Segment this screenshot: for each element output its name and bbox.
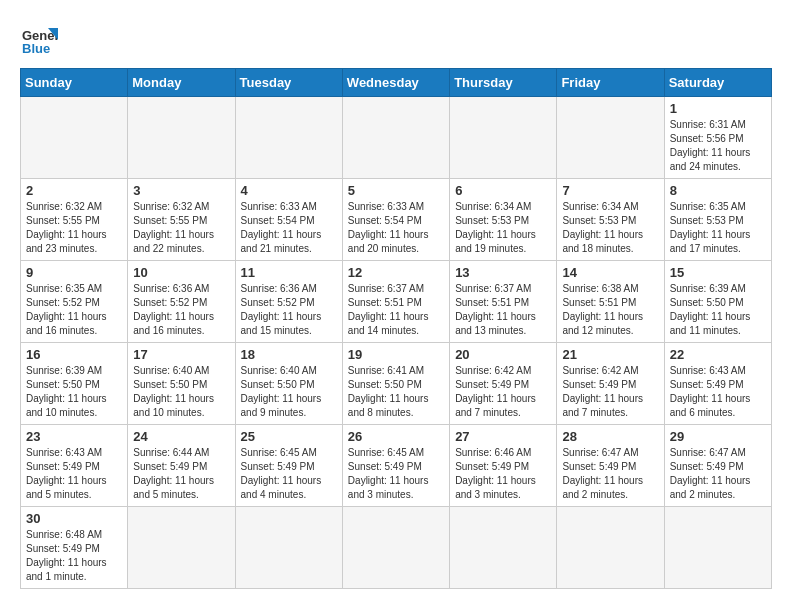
calendar-cell [21, 97, 128, 179]
calendar-cell [450, 507, 557, 589]
day-info: Sunrise: 6:39 AM Sunset: 5:50 PM Dayligh… [26, 364, 122, 420]
day-info: Sunrise: 6:47 AM Sunset: 5:49 PM Dayligh… [670, 446, 766, 502]
day-number: 19 [348, 347, 444, 362]
day-number: 15 [670, 265, 766, 280]
day-number: 2 [26, 183, 122, 198]
calendar-cell: 30Sunrise: 6:48 AM Sunset: 5:49 PM Dayli… [21, 507, 128, 589]
weekday-thursday: Thursday [450, 69, 557, 97]
calendar-cell: 26Sunrise: 6:45 AM Sunset: 5:49 PM Dayli… [342, 425, 449, 507]
calendar-cell: 27Sunrise: 6:46 AM Sunset: 5:49 PM Dayli… [450, 425, 557, 507]
day-number: 7 [562, 183, 658, 198]
calendar-cell: 13Sunrise: 6:37 AM Sunset: 5:51 PM Dayli… [450, 261, 557, 343]
calendar-cell: 25Sunrise: 6:45 AM Sunset: 5:49 PM Dayli… [235, 425, 342, 507]
calendar-cell: 29Sunrise: 6:47 AM Sunset: 5:49 PM Dayli… [664, 425, 771, 507]
day-info: Sunrise: 6:35 AM Sunset: 5:53 PM Dayligh… [670, 200, 766, 256]
day-info: Sunrise: 6:36 AM Sunset: 5:52 PM Dayligh… [241, 282, 337, 338]
week-row-4: 16Sunrise: 6:39 AM Sunset: 5:50 PM Dayli… [21, 343, 772, 425]
day-info: Sunrise: 6:35 AM Sunset: 5:52 PM Dayligh… [26, 282, 122, 338]
calendar-cell: 6Sunrise: 6:34 AM Sunset: 5:53 PM Daylig… [450, 179, 557, 261]
calendar-cell: 11Sunrise: 6:36 AM Sunset: 5:52 PM Dayli… [235, 261, 342, 343]
calendar-cell [557, 97, 664, 179]
day-info: Sunrise: 6:37 AM Sunset: 5:51 PM Dayligh… [348, 282, 444, 338]
day-number: 28 [562, 429, 658, 444]
calendar-cell [664, 507, 771, 589]
calendar-cell: 21Sunrise: 6:42 AM Sunset: 5:49 PM Dayli… [557, 343, 664, 425]
week-row-6: 30Sunrise: 6:48 AM Sunset: 5:49 PM Dayli… [21, 507, 772, 589]
day-number: 25 [241, 429, 337, 444]
weekday-saturday: Saturday [664, 69, 771, 97]
calendar-cell [450, 97, 557, 179]
day-number: 8 [670, 183, 766, 198]
day-info: Sunrise: 6:43 AM Sunset: 5:49 PM Dayligh… [26, 446, 122, 502]
calendar-cell: 28Sunrise: 6:47 AM Sunset: 5:49 PM Dayli… [557, 425, 664, 507]
weekday-tuesday: Tuesday [235, 69, 342, 97]
calendar-cell: 18Sunrise: 6:40 AM Sunset: 5:50 PM Dayli… [235, 343, 342, 425]
day-info: Sunrise: 6:37 AM Sunset: 5:51 PM Dayligh… [455, 282, 551, 338]
day-number: 1 [670, 101, 766, 116]
day-info: Sunrise: 6:45 AM Sunset: 5:49 PM Dayligh… [241, 446, 337, 502]
calendar-cell: 22Sunrise: 6:43 AM Sunset: 5:49 PM Dayli… [664, 343, 771, 425]
day-number: 11 [241, 265, 337, 280]
calendar-cell: 14Sunrise: 6:38 AM Sunset: 5:51 PM Dayli… [557, 261, 664, 343]
day-number: 3 [133, 183, 229, 198]
day-info: Sunrise: 6:42 AM Sunset: 5:49 PM Dayligh… [562, 364, 658, 420]
day-number: 13 [455, 265, 551, 280]
calendar-cell: 15Sunrise: 6:39 AM Sunset: 5:50 PM Dayli… [664, 261, 771, 343]
calendar-cell: 20Sunrise: 6:42 AM Sunset: 5:49 PM Dayli… [450, 343, 557, 425]
calendar-cell: 10Sunrise: 6:36 AM Sunset: 5:52 PM Dayli… [128, 261, 235, 343]
calendar-cell: 2Sunrise: 6:32 AM Sunset: 5:55 PM Daylig… [21, 179, 128, 261]
day-number: 9 [26, 265, 122, 280]
day-number: 23 [26, 429, 122, 444]
calendar-cell: 19Sunrise: 6:41 AM Sunset: 5:50 PM Dayli… [342, 343, 449, 425]
day-info: Sunrise: 6:44 AM Sunset: 5:49 PM Dayligh… [133, 446, 229, 502]
calendar-cell [235, 97, 342, 179]
page-header: General Blue [20, 20, 772, 58]
day-number: 21 [562, 347, 658, 362]
day-number: 27 [455, 429, 551, 444]
calendar-cell [342, 507, 449, 589]
day-info: Sunrise: 6:31 AM Sunset: 5:56 PM Dayligh… [670, 118, 766, 174]
day-number: 12 [348, 265, 444, 280]
calendar-cell: 9Sunrise: 6:35 AM Sunset: 5:52 PM Daylig… [21, 261, 128, 343]
day-number: 5 [348, 183, 444, 198]
day-info: Sunrise: 6:46 AM Sunset: 5:49 PM Dayligh… [455, 446, 551, 502]
day-number: 14 [562, 265, 658, 280]
day-info: Sunrise: 6:47 AM Sunset: 5:49 PM Dayligh… [562, 446, 658, 502]
calendar-cell: 24Sunrise: 6:44 AM Sunset: 5:49 PM Dayli… [128, 425, 235, 507]
day-info: Sunrise: 6:33 AM Sunset: 5:54 PM Dayligh… [348, 200, 444, 256]
day-number: 22 [670, 347, 766, 362]
day-info: Sunrise: 6:40 AM Sunset: 5:50 PM Dayligh… [133, 364, 229, 420]
day-number: 17 [133, 347, 229, 362]
day-info: Sunrise: 6:43 AM Sunset: 5:49 PM Dayligh… [670, 364, 766, 420]
weekday-monday: Monday [128, 69, 235, 97]
calendar-cell: 4Sunrise: 6:33 AM Sunset: 5:54 PM Daylig… [235, 179, 342, 261]
calendar-cell: 3Sunrise: 6:32 AM Sunset: 5:55 PM Daylig… [128, 179, 235, 261]
day-number: 20 [455, 347, 551, 362]
calendar-cell [235, 507, 342, 589]
day-number: 10 [133, 265, 229, 280]
day-info: Sunrise: 6:32 AM Sunset: 5:55 PM Dayligh… [133, 200, 229, 256]
day-info: Sunrise: 6:40 AM Sunset: 5:50 PM Dayligh… [241, 364, 337, 420]
week-row-2: 2Sunrise: 6:32 AM Sunset: 5:55 PM Daylig… [21, 179, 772, 261]
calendar-cell: 23Sunrise: 6:43 AM Sunset: 5:49 PM Dayli… [21, 425, 128, 507]
weekday-wednesday: Wednesday [342, 69, 449, 97]
logo-icon: General Blue [20, 20, 58, 58]
day-number: 29 [670, 429, 766, 444]
day-info: Sunrise: 6:39 AM Sunset: 5:50 PM Dayligh… [670, 282, 766, 338]
calendar-cell: 16Sunrise: 6:39 AM Sunset: 5:50 PM Dayli… [21, 343, 128, 425]
day-info: Sunrise: 6:33 AM Sunset: 5:54 PM Dayligh… [241, 200, 337, 256]
day-info: Sunrise: 6:41 AM Sunset: 5:50 PM Dayligh… [348, 364, 444, 420]
week-row-1: 1Sunrise: 6:31 AM Sunset: 5:56 PM Daylig… [21, 97, 772, 179]
weekday-friday: Friday [557, 69, 664, 97]
day-number: 16 [26, 347, 122, 362]
svg-text:Blue: Blue [22, 41, 50, 56]
day-number: 30 [26, 511, 122, 526]
calendar-cell: 12Sunrise: 6:37 AM Sunset: 5:51 PM Dayli… [342, 261, 449, 343]
calendar-cell: 5Sunrise: 6:33 AM Sunset: 5:54 PM Daylig… [342, 179, 449, 261]
calendar-cell [128, 507, 235, 589]
day-info: Sunrise: 6:42 AM Sunset: 5:49 PM Dayligh… [455, 364, 551, 420]
day-number: 26 [348, 429, 444, 444]
weekday-sunday: Sunday [21, 69, 128, 97]
day-number: 18 [241, 347, 337, 362]
day-number: 24 [133, 429, 229, 444]
